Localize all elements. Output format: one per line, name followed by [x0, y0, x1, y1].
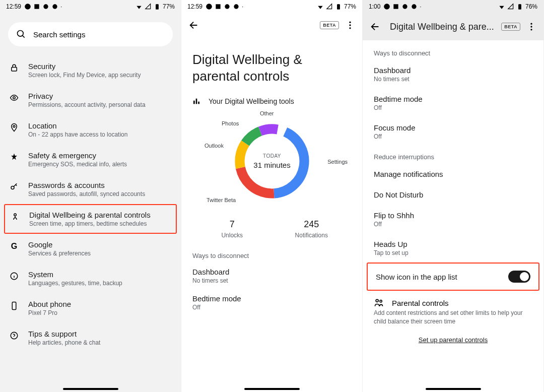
settings-item-privacy[interactable]: PrivacyPermissions, account activity, pe…: [0, 85, 181, 115]
item-sub: Emergency SOS, medical info, alerts: [28, 161, 172, 168]
settings-item-about[interactable]: About phonePixel 7 Pro: [0, 293, 181, 323]
item-sub: Languages, gestures, time, backup: [28, 280, 172, 287]
status-time: 12:59: [187, 3, 202, 10]
item-title: Safety & emergency: [28, 151, 172, 160]
notif-icon: [401, 3, 409, 10]
row-title: Manage notifications: [374, 170, 532, 178]
settings-item-tips[interactable]: Tips & supportHelp articles, phone & cha…: [0, 323, 181, 353]
item-sub: Screen time, app timers, bedtime schedul…: [29, 220, 171, 227]
settings-item-digital-wellbeing[interactable]: Digital Wellbeing & parental controlsScr…: [5, 205, 176, 233]
chart-today-label: TODAY: [253, 153, 290, 159]
svg-point-43: [380, 300, 382, 302]
chart-minutes: 31 minutes: [253, 161, 290, 169]
svg-rect-28: [198, 102, 199, 104]
svg-rect-27: [196, 99, 197, 104]
p3-list: Ways to disconnect DashboardNo timers se…: [363, 40, 543, 349]
gesture-bar[interactable]: [63, 388, 118, 390]
row-dashboard[interactable]: DashboardNo timers set: [363, 60, 543, 89]
chart-center: TODAY 31 minutes: [253, 153, 290, 169]
notif-icon: [233, 3, 240, 10]
messenger-icon: [24, 3, 31, 10]
row-parental-controls[interactable]: Parental controls: [363, 291, 543, 309]
row-dashboard[interactable]: Dashboard No timers set: [181, 263, 362, 289]
chart-label-other: Other: [260, 110, 274, 116]
phone-icon: [10, 301, 19, 310]
overflow-menu-icon[interactable]: [345, 20, 355, 30]
svg-point-11: [14, 214, 17, 216]
row-bedtime[interactable]: Bedtime modeOff: [363, 89, 543, 117]
parental-subtext: Add content restrictions and set other l…: [363, 309, 543, 326]
notif-icon: [51, 3, 58, 10]
row-title: Bedtime mode: [192, 294, 351, 303]
row-flip-to-shhh[interactable]: Flip to ShhhOff: [363, 205, 543, 234]
settings-item-passwords[interactable]: Passwords & accountsSaved passwords, aut…: [0, 174, 181, 204]
stat-label: Unlocks: [192, 232, 272, 239]
svg-point-41: [530, 29, 532, 30]
highlighted-item: Digital Wellbeing & parental controlsScr…: [4, 204, 177, 234]
row-show-icon-toggle[interactable]: Show icon in the app list: [367, 263, 539, 291]
row-heads-up[interactable]: Heads UpTap to set up: [363, 234, 543, 263]
item-title: Tips & support: [28, 330, 172, 338]
key-icon: [10, 182, 19, 191]
stat-notifications[interactable]: 245 Notifications: [272, 219, 352, 239]
chart-label-outlook: Outlook: [205, 143, 224, 149]
stat-num: 7: [192, 219, 272, 230]
item-title: Location: [28, 121, 172, 130]
status-time: 12:59: [6, 3, 21, 10]
setup-parental-link[interactable]: Set up parental controls: [363, 326, 543, 349]
row-manage-notifications[interactable]: Manage notifications: [363, 164, 543, 184]
gesture-bar[interactable]: [426, 388, 481, 390]
item-title: Passwords & accounts: [28, 181, 172, 189]
svg-point-8: [13, 97, 16, 99]
item-sub: Saved passwords, autofill, synced accoun…: [28, 190, 172, 198]
item-sub: Help articles, phone & chat: [28, 339, 172, 346]
settings-item-google[interactable]: G GoogleServices & preferences: [0, 234, 181, 264]
overflow-dot: ·: [420, 3, 421, 10]
svg-point-0: [25, 4, 31, 10]
row-focus-mode[interactable]: Focus modeOff: [363, 117, 543, 146]
battery-percent: 77%: [163, 3, 175, 10]
row-title: Heads Up: [374, 240, 532, 248]
wifi-icon: [498, 3, 505, 10]
stat-unlocks[interactable]: 7 Unlocks: [192, 219, 272, 239]
row-dnd[interactable]: Do Not Disturb: [363, 184, 543, 205]
signal-icon: [145, 3, 152, 10]
appbar: BETA: [181, 13, 362, 37]
search-settings[interactable]: Search settings: [8, 22, 173, 46]
gesture-bar[interactable]: [244, 388, 300, 390]
appbar-title: Digital Wellbeing & pare...: [390, 22, 494, 32]
bar-chart-icon: [192, 97, 200, 105]
svg-point-42: [376, 299, 378, 302]
page-title: Digital Wellbeing & parental controls: [181, 37, 362, 88]
status-bar: 12:59 · 77%: [181, 0, 362, 13]
toggle-switch[interactable]: [508, 271, 530, 283]
settings-root-panel: 12:59 · 77% Search settings SecurityScre…: [0, 0, 181, 392]
settings-item-security[interactable]: SecurityScreen lock, Find My Device, app…: [0, 55, 181, 85]
search-label: Search settings: [33, 30, 85, 39]
back-icon[interactable]: [188, 20, 199, 31]
section-reduce-interruptions: Reduce interruptions: [363, 146, 543, 164]
row-sub: No timers set: [192, 277, 351, 284]
overflow-menu-icon[interactable]: [526, 22, 536, 32]
section-ways-to-disconnect: Ways to disconnect: [181, 247, 362, 263]
wifi-icon: [135, 3, 143, 10]
svg-rect-4: [156, 4, 159, 9]
status-bar: 1:00 · 76%: [363, 0, 543, 13]
item-sub: Pixel 7 Pro: [28, 309, 172, 316]
chart-label-photos: Photos: [222, 120, 239, 126]
settings-item-location[interactable]: LocationOn - 22 apps have access to loca…: [0, 115, 181, 145]
item-sub: Permissions, account activity, personal …: [28, 101, 172, 108]
item-title: About phone: [28, 300, 172, 308]
back-icon[interactable]: [370, 21, 381, 32]
row-bedtime[interactable]: Bedtime mode Off: [181, 289, 362, 316]
notif-icon: [411, 3, 418, 10]
parental-title: Parental controls: [392, 299, 449, 307]
usage-chart[interactable]: TODAY 31 minutes Settings Twitter Beta O…: [181, 108, 363, 214]
svg-point-23: [349, 22, 351, 23]
svg-point-40: [530, 26, 532, 27]
svg-rect-15: [12, 302, 16, 310]
settings-item-safety[interactable]: Safety & emergencyEmergency SOS, medical…: [0, 145, 181, 174]
settings-item-system[interactable]: SystemLanguages, gestures, time, backup: [0, 264, 181, 293]
status-left-icons: ·: [206, 3, 243, 10]
overflow-dot: ·: [60, 3, 62, 10]
